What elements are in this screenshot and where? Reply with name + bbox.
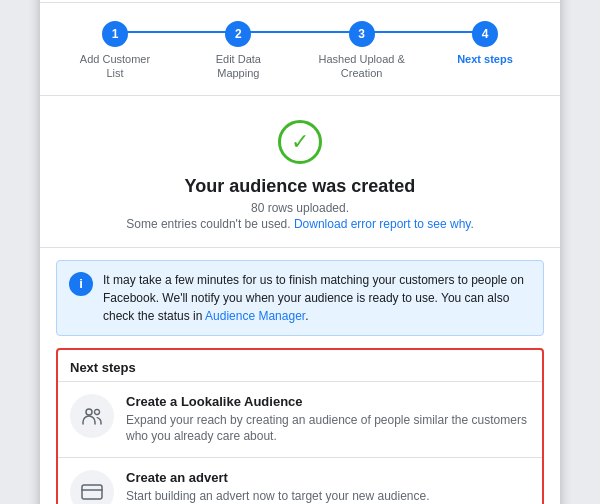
lookalike-audience-item[interactable]: Create a Lookalike Audience Expand your …: [58, 382, 542, 459]
svg-point-0: [86, 409, 92, 415]
step-2-circle: 2: [225, 21, 251, 47]
step-4-circle: 4: [472, 21, 498, 47]
create-custom-audience-modal: Create a Custom Audience × 1 Add Custome…: [40, 0, 560, 504]
info-box: i It may take a few minutes for us to fi…: [56, 260, 544, 336]
stepper: 1 Add Customer List 2 Edit Data Mapping …: [40, 3, 560, 96]
info-text-prefix: It may take a few minutes for us to fini…: [103, 273, 524, 323]
next-steps-section: Next steps Create a Lookalike Audience E…: [56, 348, 544, 505]
step-1: 1 Add Customer List: [70, 21, 160, 81]
error-prefix: Some entries couldn't be used.: [126, 217, 290, 231]
lookalike-title: Create a Lookalike Audience: [126, 394, 530, 409]
advert-title: Create an advert: [126, 470, 530, 485]
info-icon: i: [69, 272, 93, 296]
step-2-label: Edit Data Mapping: [193, 52, 283, 81]
step-3: 3 Hashed Upload & Creation: [317, 21, 407, 81]
info-text: It may take a few minutes for us to fini…: [103, 271, 531, 325]
step-4: 4 Next steps: [440, 21, 530, 66]
audience-manager-link[interactable]: Audience Manager: [205, 309, 305, 323]
step-2: 2 Edit Data Mapping: [193, 21, 283, 81]
error-line: Some entries couldn't be used. Download …: [56, 217, 544, 231]
next-steps-header: Next steps: [58, 350, 542, 382]
step-3-label: Hashed Upload & Creation: [317, 52, 407, 81]
rows-uploaded-text: 80 rows uploaded.: [56, 201, 544, 215]
step-4-label: Next steps: [457, 52, 513, 66]
advert-desc: Start building an advert now to target y…: [126, 488, 530, 504]
step-1-circle: 1: [102, 21, 128, 47]
lookalike-desc: Expand your reach by creating an audienc…: [126, 412, 530, 446]
stepper-line-filled: [112, 31, 488, 33]
download-error-link[interactable]: Download error report to see why.: [294, 217, 474, 231]
check-icon: ✓: [291, 131, 309, 153]
advert-content: Create an advert Start building an adver…: [126, 470, 530, 504]
svg-rect-2: [82, 485, 102, 499]
success-title: Your audience was created: [56, 176, 544, 197]
create-advert-item[interactable]: Create an advert Start building an adver…: [58, 458, 542, 504]
lookalike-content: Create a Lookalike Audience Expand your …: [126, 394, 530, 446]
svg-point-1: [95, 409, 100, 414]
success-area: ✓ Your audience was created 80 rows uplo…: [40, 96, 560, 248]
advert-icon-wrap: [70, 470, 114, 504]
advert-icon: [80, 480, 104, 504]
step-3-circle: 3: [349, 21, 375, 47]
check-circle: ✓: [278, 120, 322, 164]
lookalike-icon-wrap: [70, 394, 114, 438]
step-1-label: Add Customer List: [70, 52, 160, 81]
lookalike-icon: [80, 404, 104, 428]
